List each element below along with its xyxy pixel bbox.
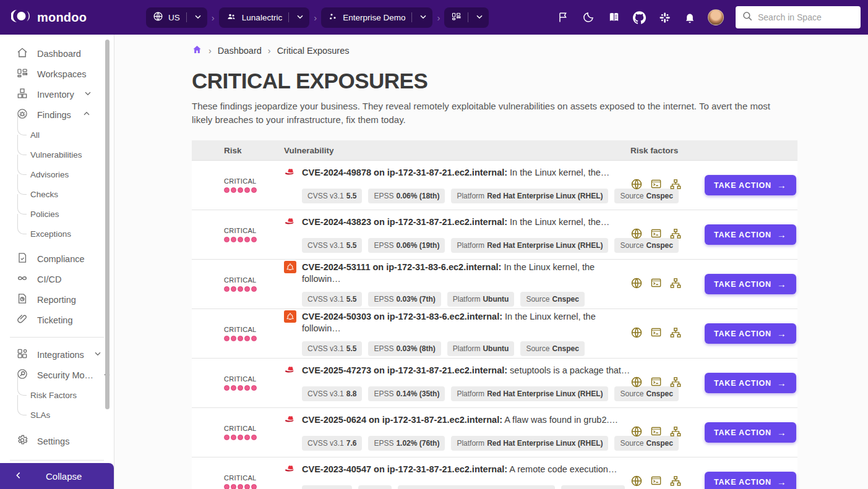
topbar-actions (556, 6, 861, 28)
chevron-down-icon[interactable] (83, 88, 93, 100)
chevron-down-icon[interactable] (93, 349, 103, 360)
vulnerability-cell: CVE-2025-0624 on ip-172-31-87-21.ec2.int… (284, 414, 630, 451)
chevron-down-icon[interactable] (295, 12, 305, 23)
sidebar-label: Ticketing (37, 315, 72, 325)
vulnerability-title[interactable]: CVE-2025-47273 on ip-172-31-87-21.ec2.in… (302, 365, 630, 376)
arrow-right-icon: → (777, 180, 787, 190)
chevron-separator: › (314, 12, 317, 23)
vulnerability-title[interactable]: CVE-2024-53111 on ip-172-31-83-6.ec2.int… (302, 262, 630, 285)
breadcrumb: › Dashboard › Critical Exposures (192, 45, 868, 56)
sidebar-item-cicd[interactable]: CI/CD (0, 269, 114, 289)
severity-label: CRITICAL (224, 375, 284, 383)
dark-mode-moon-icon[interactable] (581, 10, 596, 25)
table-row[interactable]: CRITICAL CVE-2025-0624 on ip-172-31-87-2… (192, 408, 797, 457)
sidebar-item-dashboard[interactable]: Dashboard (0, 43, 114, 64)
workspace-selector[interactable] (444, 7, 489, 28)
take-action-button[interactable]: TAKE ACTION→ (705, 472, 796, 489)
ubuntu-icon (284, 310, 296, 326)
risk-factors-cell (630, 326, 705, 341)
avatar[interactable] (708, 9, 724, 25)
action-cell: TAKE ACTION→ (705, 224, 797, 245)
severity-dot (231, 286, 236, 292)
sidebar-item-inventory[interactable]: Inventory (0, 84, 114, 104)
space-dots-icon (328, 12, 338, 23)
flag-icon[interactable] (556, 10, 570, 25)
severity-dot (224, 484, 230, 489)
arrow-right-icon: → (777, 477, 787, 487)
severity-dot (244, 336, 250, 341)
slack-icon[interactable] (657, 10, 672, 25)
vulnerability-cell: CVE-2024-49878 on ip-172-31-87-21.ec2.in… (284, 167, 630, 203)
sidebar-item-settings[interactable]: Settings (0, 431, 114, 451)
internet-facing-globe-icon (630, 326, 643, 341)
sidebar-item-ticketing[interactable]: Ticketing (0, 310, 114, 330)
mondoo-logo[interactable]: mondoo (11, 9, 87, 26)
chevron-left-icon (14, 470, 24, 482)
metadata-badge: CVSS v3.15.5 (302, 238, 362, 253)
risk-factors-cell (630, 178, 705, 193)
severity-dot (231, 336, 236, 341)
integrations-icon (16, 347, 28, 362)
region-selector[interactable]: US (146, 7, 207, 28)
metadata-badge: CVSS v3.18.8 (302, 386, 362, 401)
org-selector[interactable]: Lunalectric (219, 7, 309, 28)
risk-cell: CRITICAL (192, 227, 284, 242)
chevron-down-icon[interactable] (193, 12, 203, 23)
redhat-icon (284, 414, 296, 429)
severity-dot (251, 237, 257, 242)
vulnerability-title[interactable]: CVE-2025-0624 on ip-172-31-87-21.ec2.int… (302, 414, 618, 426)
search-input[interactable] (758, 12, 854, 22)
collapse-button[interactable]: Collapse (0, 463, 114, 489)
sidebar: Dashboard Workspaces Inventory Findings … (0, 35, 114, 489)
chevron-up-icon[interactable] (82, 109, 92, 121)
compliance-doc-icon (16, 252, 28, 266)
sidebar-scrollbar[interactable] (105, 40, 110, 409)
github-icon[interactable] (632, 10, 647, 25)
sidebar-label: CI/CD (37, 274, 61, 284)
vulnerability-title[interactable]: CVE-2023-40547 on ip-172-31-87-21.ec2.in… (302, 464, 617, 475)
severity-dot (224, 385, 230, 391)
severity-dots (224, 237, 284, 242)
sidebar-item-slas[interactable]: SLAs (0, 405, 114, 425)
sidebar-item-reporting[interactable]: Reporting (0, 289, 114, 310)
table-row[interactable]: CRITICAL CVE-2024-49878 on ip-172-31-87-… (192, 161, 797, 210)
sidebar-item-integrations[interactable]: Integrations (0, 344, 114, 365)
sidebar-label: Dashboard (37, 49, 81, 59)
docs-book-icon[interactable] (606, 10, 621, 25)
chevron-down-icon[interactable] (418, 12, 428, 23)
breadcrumb-dashboard[interactable]: Dashboard (218, 46, 262, 56)
take-action-button[interactable]: TAKE ACTION→ (705, 175, 796, 195)
notifications-bell-icon[interactable] (682, 10, 697, 25)
breadcrumb-home-icon[interactable] (192, 45, 202, 56)
vulnerability-title[interactable]: CVE-2024-49878 on ip-172-31-87-21.ec2.in… (302, 167, 609, 179)
risk-factors-cell (630, 227, 705, 242)
vulnerability-title[interactable]: CVE-2024-43823 on ip-172-31-87-21.ec2.in… (302, 216, 609, 228)
table-row[interactable]: CRITICAL CVE-2023-40547 on ip-172-31-87-… (192, 457, 797, 489)
vulnerability-cell: CVE-2024-50303 on ip-172-31-83-6.ec2.int… (284, 311, 630, 356)
severity-dot (231, 187, 236, 193)
sidebar-item-compliance[interactable]: Compliance (0, 249, 114, 269)
take-action-button[interactable]: TAKE ACTION→ (705, 373, 796, 393)
chevron-down-icon[interactable] (475, 12, 484, 23)
redhat-icon (284, 364, 296, 380)
table-row[interactable]: CRITICAL CVE-2024-43823 on ip-172-31-87-… (192, 210, 797, 260)
arrow-right-icon: → (777, 378, 787, 388)
table-row[interactable]: CRITICAL CVE-2024-53111 on ip-172-31-83-… (192, 260, 797, 309)
take-action-button[interactable]: TAKE ACTION→ (705, 323, 796, 344)
risk-cell: CRITICAL (192, 326, 284, 341)
redhat-icon (284, 216, 296, 231)
metadata-badge: PlatformRed Hat Enterprise Linux (RHEL) (451, 238, 608, 253)
take-action-button[interactable]: TAKE ACTION→ (705, 422, 796, 443)
org-label: Lunalectric (242, 13, 282, 22)
page-description: These findings jeopardize your business.… (192, 100, 786, 127)
sidebar-item-exceptions[interactable]: Exceptions (0, 224, 114, 244)
table-row[interactable]: CRITICAL CVE-2025-47273 on ip-172-31-87-… (192, 359, 797, 408)
take-action-button[interactable]: TAKE ACTION→ (705, 274, 796, 294)
sidebar-item-workspaces[interactable]: Workspaces (0, 64, 114, 84)
take-action-button[interactable]: TAKE ACTION→ (705, 224, 796, 245)
space-selector[interactable]: Enterprise Demo (321, 7, 432, 28)
table-row[interactable]: CRITICAL CVE-2024-50303 on ip-172-31-83-… (192, 309, 797, 359)
badges: CVSS v3.15.5 EPSS0.03% (8th) PlatformUbu… (302, 341, 630, 356)
severity-dot (238, 336, 243, 341)
vulnerability-title[interactable]: CVE-2024-50303 on ip-172-31-83-6.ec2.int… (302, 311, 630, 334)
